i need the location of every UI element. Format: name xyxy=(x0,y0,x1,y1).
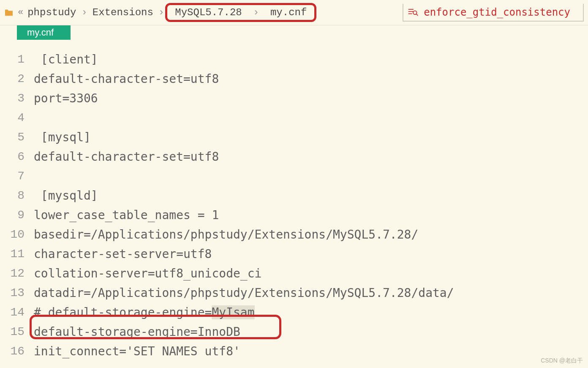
line-number: 8 xyxy=(0,186,24,206)
breadcrumb: phpstudy › Extensions › MySQL5.7.28 › my… xyxy=(25,3,316,22)
line-number: 10 xyxy=(0,225,24,244)
line-number: 14 xyxy=(0,303,24,322)
breadcrumb-item-0[interactable]: phpstudy xyxy=(25,5,79,20)
code-line[interactable]: port=3306 xyxy=(34,89,454,108)
watermark: CSDN @老白干 xyxy=(541,357,583,365)
code-line[interactable] xyxy=(34,108,454,128)
code-block: 12345678910111213141516 [client]default-… xyxy=(0,50,588,361)
line-number: 13 xyxy=(0,283,24,303)
svg-line-4 xyxy=(416,14,418,15)
tab-bar: my.cnf xyxy=(0,25,588,40)
line-number: 6 xyxy=(0,147,24,167)
code-line[interactable]: init_connect='SET NAMES utf8' xyxy=(34,342,454,361)
breadcrumb-item-3[interactable]: my.cnf xyxy=(268,5,309,20)
line-gutter: 12345678910111213141516 xyxy=(0,50,34,361)
chevron-right-icon: › xyxy=(81,7,87,18)
search-list-icon[interactable] xyxy=(408,8,419,17)
code-line[interactable]: basedir=/Applications/phpstudy/Extension… xyxy=(34,225,454,244)
breadcrumb-item-2[interactable]: MySQL5.7.28 xyxy=(172,5,244,20)
code-line[interactable]: # default-storage-engine=MyIsam xyxy=(34,303,454,322)
line-number: 15 xyxy=(0,322,24,342)
code-line[interactable]: collation-server=utf8_unicode_ci xyxy=(34,264,454,283)
chevron-right-icon: › xyxy=(158,7,164,18)
code-line[interactable] xyxy=(34,167,454,186)
line-number: 11 xyxy=(0,244,24,264)
code-line[interactable]: [mysqld] xyxy=(34,186,454,206)
line-number: 1 xyxy=(0,50,24,69)
line-number: 3 xyxy=(0,89,24,108)
code-line[interactable]: default-storage-engine=InnoDB xyxy=(34,322,454,342)
line-number: 16 xyxy=(0,342,24,361)
editor-area: my.cnf 12345678910111213141516 [client]d… xyxy=(0,25,588,361)
code-line[interactable]: default-character-set=utf8 xyxy=(34,69,454,89)
line-number: 4 xyxy=(0,108,24,128)
code-line[interactable]: [mysql] xyxy=(34,128,454,147)
chevron-right-icon: › xyxy=(253,7,259,18)
folder-icon xyxy=(4,9,14,16)
file-tab[interactable]: my.cnf xyxy=(17,25,71,40)
search-panel: enforce_gtid_consistency xyxy=(403,4,584,22)
line-number: 7 xyxy=(0,167,24,186)
svg-point-3 xyxy=(413,11,417,14)
top-bar: « phpstudy › Extensions › MySQL5.7.28 › … xyxy=(0,0,588,25)
code-line[interactable]: character-set-server=utf8 xyxy=(34,244,454,264)
code-line[interactable]: lower_case_table_names = 1 xyxy=(34,206,454,225)
nav-back-icon[interactable]: « xyxy=(18,7,23,18)
line-number: 9 xyxy=(0,206,24,225)
breadcrumb-item-1[interactable]: Extensions xyxy=(90,5,156,20)
line-number: 5 xyxy=(0,128,24,147)
search-input[interactable]: enforce_gtid_consistency xyxy=(424,6,570,18)
breadcrumb-highlight: MySQL5.7.28 › my.cnf xyxy=(165,3,316,22)
code-line[interactable]: default-character-set=utf8 xyxy=(34,147,454,167)
code-content[interactable]: [client]default-character-set=utf8port=3… xyxy=(34,50,454,361)
line-number: 2 xyxy=(0,69,24,89)
line-number: 12 xyxy=(0,264,24,283)
code-line[interactable]: [client] xyxy=(34,50,454,69)
code-line[interactable]: datadir=/Applications/phpstudy/Extension… xyxy=(34,283,454,303)
